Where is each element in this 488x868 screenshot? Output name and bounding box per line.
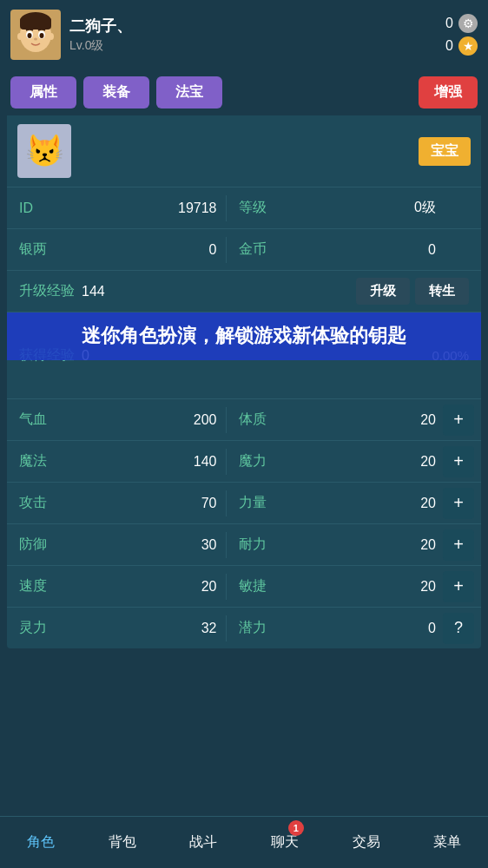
currency1-value: 0 [445, 16, 453, 31]
con-value: 20 [279, 412, 444, 428]
agi-label: 敏捷 [227, 570, 279, 602]
char-display: 😾 宝宝 [7, 115, 481, 187]
soul-value: 32 [59, 621, 226, 636]
currency2-value: 0 [445, 38, 453, 54]
svg-point-9 [49, 33, 54, 40]
player-level: Lv.0级 [69, 38, 132, 54]
stats-row-spd: 速度 20 敏捷 20 + [7, 565, 481, 607]
obtain-exp-row: 获得经验 0 0.00% 迷你角色扮演，解锁游戏新体验的钥匙 [7, 312, 481, 398]
pot-label: 潜力 [227, 612, 279, 644]
spd-label: 速度 [7, 570, 59, 602]
baby-button[interactable]: 宝宝 [419, 137, 471, 166]
str-plus-button[interactable]: + [443, 488, 474, 519]
player-name: 二狗子、 [69, 16, 132, 36]
tab-treasure[interactable]: 法宝 [156, 76, 222, 108]
end-value: 20 [279, 537, 444, 553]
con-label: 体质 [227, 404, 279, 436]
def-value: 30 [59, 537, 226, 553]
mpower-label: 魔力 [227, 445, 279, 477]
chat-badge: 1 [288, 820, 304, 836]
nav-menu[interactable]: 菜单 [406, 817, 488, 868]
nav-battle[interactable]: 战斗 [162, 817, 244, 868]
stats-row-atk: 攻击 70 力量 20 + [7, 482, 481, 523]
avatar [10, 10, 61, 60]
gold-value: 0 [279, 242, 444, 258]
overlay-banner: 迷你角色扮演，解锁游戏新体验的钥匙 [7, 312, 481, 360]
svg-rect-3 [20, 17, 51, 30]
overlay-text: 迷你角色扮演，解锁游戏新体验的钥匙 [82, 323, 406, 350]
mp-label: 魔法 [7, 445, 59, 477]
char-icon: 😾 [17, 124, 71, 178]
gold-coin-icon: ★ [458, 36, 478, 56]
header-left: 二狗子、 Lv.0级 [10, 10, 132, 60]
mpower-plus-button[interactable]: + [443, 446, 474, 477]
header: 二狗子、 Lv.0级 0 ⚙ 0 ★ [0, 0, 488, 69]
silver-label: 银两 [7, 233, 59, 266]
agi-plus-button[interactable]: + [443, 571, 474, 602]
svg-point-6 [28, 33, 32, 38]
player-info: 二狗子、 Lv.0级 [69, 16, 132, 54]
mpower-value: 20 [279, 454, 444, 470]
svg-point-10 [34, 38, 37, 41]
silver-coin-icon: ⚙ [458, 14, 478, 33]
con-plus-button[interactable]: + [443, 404, 474, 436]
upgrade-exp-label: 升级经验 [19, 282, 75, 300]
stats-row-mp: 魔法 140 魔力 20 + [7, 440, 481, 482]
reborn-button[interactable]: 转生 [415, 278, 469, 305]
hp-value: 200 [59, 412, 226, 428]
header-right: 0 ⚙ 0 ★ [445, 14, 478, 56]
spd-value: 20 [59, 579, 226, 595]
content-area: 😾 宝宝 ID 19718 等级 0级 银两 0 金币 0 升级经验 144 升… [7, 115, 481, 648]
nav-char[interactable]: 角色 [0, 817, 82, 868]
nav-trade[interactable]: 交易 [326, 817, 407, 868]
tab-bar: 属性 装备 法宝 增强 [0, 69, 488, 115]
id-label: ID [7, 194, 59, 223]
currency-row-2: 0 ★ [445, 36, 478, 56]
svg-point-7 [40, 33, 44, 38]
pot-question-button[interactable]: ? [443, 613, 474, 644]
stats-row-hp: 气血 200 体质 20 + [7, 398, 481, 440]
pot-value: 0 [279, 621, 444, 636]
end-label: 耐力 [227, 529, 279, 561]
end-plus-button[interactable]: + [443, 529, 474, 561]
gold-label: 金币 [227, 233, 279, 266]
hp-label: 气血 [7, 404, 59, 436]
str-value: 20 [279, 496, 444, 511]
nav-chat-label: 聊天 [271, 833, 299, 852]
nav-char-label: 角色 [27, 833, 55, 852]
atk-value: 70 [59, 496, 226, 511]
str-label: 力量 [227, 487, 279, 519]
mp-value: 140 [59, 454, 226, 470]
enhance-button[interactable]: 增强 [419, 76, 478, 108]
upgrade-button[interactable]: 升级 [356, 278, 410, 305]
stats-row-def: 防御 30 耐力 20 + [7, 523, 481, 565]
level-label: 等级 [227, 192, 279, 224]
nav-bag-label: 背包 [109, 833, 136, 852]
upgrade-exp-row: 升级经验 144 升级 转生 [7, 270, 481, 312]
soul-label: 灵力 [7, 612, 59, 644]
stats-row-silver: 银两 0 金币 0 [7, 228, 481, 270]
nav-menu-label: 菜单 [433, 833, 461, 852]
silver-value: 0 [59, 242, 226, 258]
stats-row-id: ID 19718 等级 0级 [7, 187, 481, 228]
atk-label: 攻击 [7, 487, 59, 519]
upgrade-exp-value: 144 [82, 284, 356, 299]
nav-bag[interactable]: 背包 [82, 817, 163, 868]
currency-row-1: 0 ⚙ [445, 14, 478, 33]
nav-trade-label: 交易 [353, 833, 380, 852]
def-label: 防御 [7, 529, 59, 561]
agi-value: 20 [279, 579, 444, 595]
bottom-nav: 角色 背包 战斗 聊天 1 交易 菜单 [0, 816, 488, 868]
svg-point-8 [17, 33, 23, 40]
tab-equipment[interactable]: 装备 [83, 76, 149, 108]
nav-chat[interactable]: 聊天 1 [244, 817, 326, 868]
nav-battle-label: 战斗 [189, 833, 217, 852]
id-value: 19718 [59, 201, 226, 216]
tab-attributes[interactable]: 属性 [10, 76, 76, 108]
stats-row-soul: 灵力 32 潜力 0 ? [7, 607, 481, 648]
level-value: 0级 [279, 199, 444, 217]
